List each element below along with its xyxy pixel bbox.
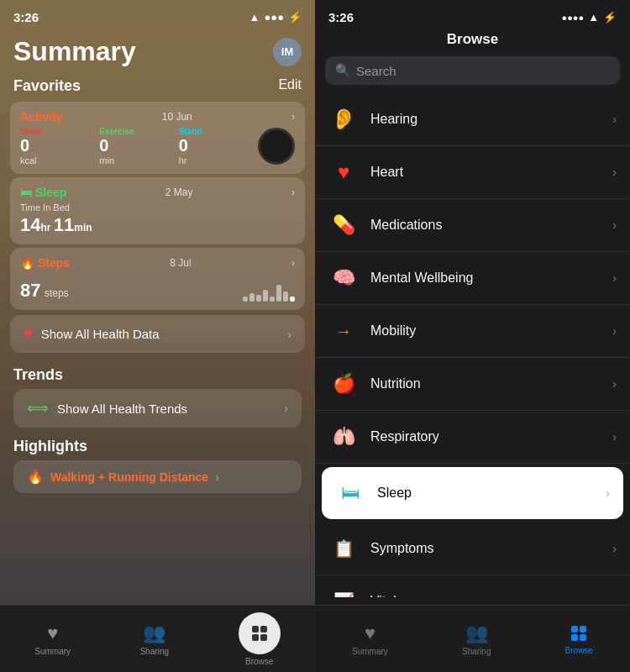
heart-nav-icon-right: ♥ (365, 622, 375, 644)
activity-ring (258, 128, 295, 165)
activity-chevron: › (291, 111, 295, 123)
nav-browse-right[interactable]: Browse (565, 623, 593, 655)
nav-sharing-label-right: Sharing (462, 647, 491, 656)
activity-title: Activity (20, 110, 63, 123)
bar-1 (243, 297, 248, 302)
svg-rect-6 (571, 634, 578, 641)
status-icons-left: ▲ ●●● ⚡ (249, 11, 302, 24)
mental-wellbeing-icon: 🧠 (333, 267, 355, 289)
search-icon: 🔍 (335, 63, 351, 78)
bar-6 (276, 285, 281, 302)
respiratory-label: Respiratory (370, 429, 601, 444)
time-right: 3:26 (328, 10, 354, 24)
browse-item-mobility[interactable]: → Mobility › (315, 305, 630, 358)
sleep-minutes: 11 (54, 214, 74, 235)
bar-2 (249, 293, 255, 302)
hours-unit: hr (40, 222, 53, 234)
wifi-icon: ▲ (249, 11, 260, 24)
trends-chevron: › (284, 402, 288, 415)
status-bar-right: 3:26 ●●●● ▲ ⚡ (315, 0, 630, 29)
steps-card-header: 🔥 Steps 8 Jul › (20, 256, 295, 270)
symptoms-icon: 📋 (333, 538, 354, 559)
browse-item-hearing[interactable]: 👂 Hearing › (315, 93, 630, 146)
medications-chevron: › (612, 218, 617, 232)
left-panel: 3:26 ▲ ●●● ⚡ Summary IM Favorites Edit A… (0, 0, 315, 672)
symptoms-chevron: › (612, 542, 617, 555)
trends-label: Show All Health Trends (57, 402, 276, 416)
exercise-label: Exercise (99, 127, 165, 136)
browse-item-mental-wellbeing[interactable]: 🧠 Mental Wellbeing › (315, 252, 630, 305)
favorites-label: Favorites (13, 77, 81, 95)
svg-rect-3 (260, 634, 267, 641)
mobility-icon-wrapper: → (328, 316, 359, 346)
browse-item-respiratory[interactable]: 🫁 Respiratory › (315, 411, 630, 464)
highlights-card[interactable]: 🔥 Walking + Running Distance › (13, 460, 302, 493)
respiratory-icon-wrapper: 🫁 (328, 422, 359, 452)
steps-content: 87 steps (20, 273, 295, 302)
steps-card[interactable]: 🔥 Steps 8 Jul › 87 steps (10, 248, 305, 310)
favorites-section-header: Favorites Edit (0, 71, 315, 98)
browse-item-vitals[interactable]: 📈 Vitals › (315, 575, 630, 597)
activity-card-header: Activity 10 Jun › (20, 110, 295, 123)
vitals-icon-wrapper: 📈 (328, 586, 359, 597)
vitals-label: Vitals (370, 594, 601, 597)
nav-summary-right[interactable]: ♥ Summary (352, 622, 388, 656)
heart-nav-icon: ♥ (47, 622, 58, 644)
highlights-chevron: › (215, 470, 219, 484)
nutrition-icon: 🍎 (333, 373, 355, 395)
browse-item-heart[interactable]: ♥ Heart › (315, 146, 630, 199)
hearing-icon: 👂 (331, 108, 356, 131)
browse-item-medications[interactable]: 💊 Medications › (315, 199, 630, 252)
move-value: 0 (20, 136, 86, 155)
respiratory-chevron: › (612, 430, 617, 444)
browse-item-sleep[interactable]: 🛏 Sleep › (322, 467, 623, 519)
trends-section: Trends ⟺ Show All Health Trends › (0, 358, 315, 431)
sleep-time: 14hr 11min (20, 214, 295, 236)
steps-chevron: › (291, 257, 295, 269)
browse-list: 👂 Hearing › ♥ Heart › 💊 Medications › 🧠 (315, 93, 630, 597)
status-bar-left: 3:26 ▲ ●●● ⚡ (0, 0, 315, 29)
move-unit: kcal (20, 155, 86, 165)
mobility-icon: → (335, 322, 352, 341)
activity-card[interactable]: Activity 10 Jun › Move 0 kcal Exercise 0… (10, 102, 305, 174)
nav-sharing-right[interactable]: 👥 Sharing (462, 622, 491, 656)
hearing-label: Hearing (370, 112, 601, 127)
sleep-card[interactable]: 🛏 Sleep 2 May › Time In Bed 14hr 11min (10, 177, 305, 244)
nav-browse-left[interactable]: Browse (239, 612, 281, 666)
medications-label: Medications (370, 218, 601, 233)
highlights-section: Highlights 🔥 Walking + Running Distance … (0, 431, 315, 496)
status-icons-right: ●●●● ▲ ⚡ (562, 11, 617, 24)
activity-date: 10 Jun (162, 111, 192, 123)
nav-summary-left[interactable]: ♥ Summary (34, 622, 71, 656)
svg-rect-2 (252, 634, 259, 641)
highlights-icon: 🔥 (27, 469, 44, 485)
show-all-text: Show All Health Data (41, 327, 280, 341)
trends-card[interactable]: ⟺ Show All Health Trends › (13, 389, 302, 428)
search-bar[interactable]: 🔍 Search (325, 56, 620, 85)
nav-sharing-left[interactable]: 👥 Sharing (140, 622, 169, 656)
nav-browse-label-right: Browse (565, 646, 593, 655)
nav-summary-label: Summary (34, 647, 71, 656)
hearing-chevron: › (612, 113, 617, 126)
browse-item-symptoms[interactable]: 📋 Symptoms › (315, 522, 630, 575)
edit-button[interactable]: Edit (278, 77, 302, 95)
nutrition-label: Nutrition (370, 376, 601, 391)
sleep-chevron: › (606, 486, 610, 500)
steps-title: 🔥 Steps (20, 256, 70, 270)
bar-5 (270, 297, 275, 302)
browse-grid-icon-right (569, 623, 589, 643)
battery-right-icon: ⚡ (603, 11, 617, 24)
browse-item-nutrition[interactable]: 🍎 Nutrition › (315, 358, 630, 411)
show-all-chevron: › (287, 328, 291, 341)
exercise-value: 0 (99, 136, 165, 155)
nav-browse-label-left: Browse (245, 657, 273, 666)
bar-7 (283, 291, 288, 302)
medications-icon-wrapper: 💊 (328, 210, 359, 240)
bottom-nav-left: ♥ Summary 👥 Sharing Browse (0, 605, 315, 672)
mobility-label: Mobility (370, 323, 601, 339)
show-all-health-card[interactable]: ♥ Show All Health Data › (10, 315, 305, 353)
sleep-title: 🛏 Sleep (20, 186, 66, 199)
steps-unit: steps (45, 287, 69, 299)
browse-circle (239, 612, 281, 654)
avatar[interactable]: IM (273, 38, 302, 66)
